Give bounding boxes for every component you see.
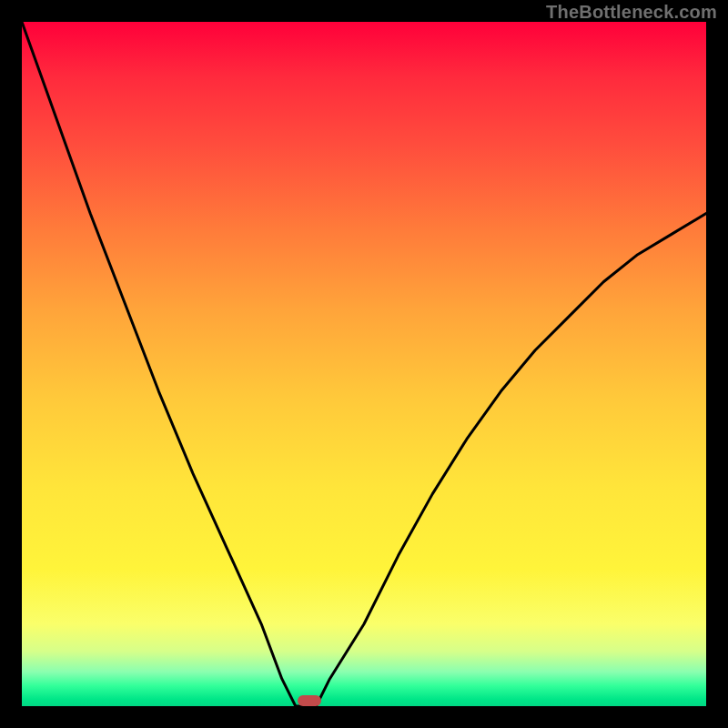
watermark-text: TheBottleneck.com xyxy=(546,2,717,23)
plot-area xyxy=(22,22,706,706)
chart-frame: TheBottleneck.com xyxy=(0,0,728,728)
curve-svg xyxy=(22,22,706,706)
bottleneck-curve xyxy=(22,22,706,706)
optimum-marker xyxy=(298,695,321,706)
